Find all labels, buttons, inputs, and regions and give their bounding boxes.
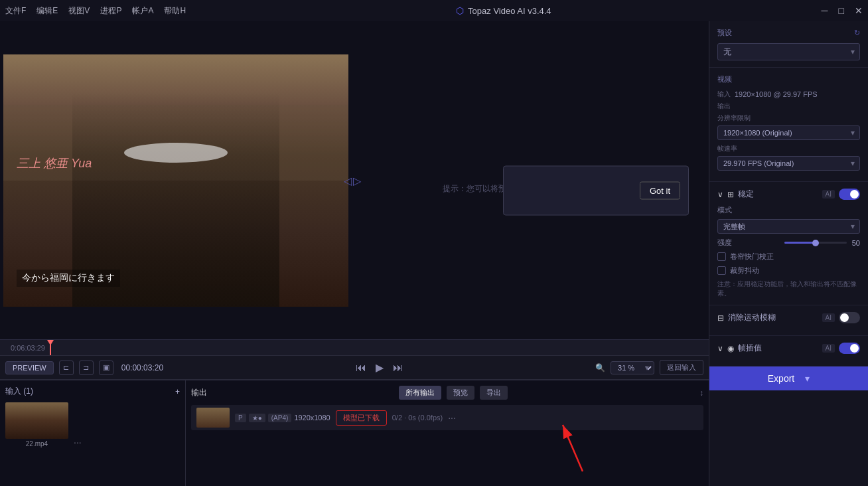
input-thumb-item: 22.mp4 [5,402,68,447]
interpolate-toggle[interactable] [839,343,860,354]
input-thumb-video [5,402,68,439]
stabilize-title: 稳定 [738,189,818,200]
zoom-select[interactable]: 31 % 50 % 100 % [611,361,654,374]
preview-button[interactable]: PREVIEW [5,361,54,374]
return-input-button[interactable]: 返回输入 [660,360,703,375]
step-back-icon[interactable]: ⏮ [356,362,366,374]
rolling-shutter-checkbox[interactable] [717,252,726,261]
output-thumb [196,408,230,428]
output-row-container: P ★● (AP4) 1920x1080 模型已下载 0/2 · 0s (0.0… [191,405,703,430]
titlebar: 文件F 编辑E 视图V 进程P 帐户A 帮助H ⬡ Topaz Video AI… [0,0,868,21]
output-header: 输出 所有输出 预览 导出 ↕ [191,386,703,400]
output-tabs[interactable]: 所有输出 预览 导出 [399,386,508,400]
input-label: 输入 [717,90,731,99]
output-tab-all[interactable]: 所有输出 [399,386,441,400]
refresh-icon[interactable]: ↻ [854,29,860,37]
timeline-ruler: 0:06:03:29 [0,340,709,356]
remove-motion-filter-header: ⊟ 消除运动模糊 AI [717,312,860,323]
input-thumbnail-area: 22.mp4 ··· [5,402,180,447]
menu-account[interactable]: 帐户A [132,5,153,17]
stabilize-filter-header: ∨ ⊞ 稳定 AI [717,189,860,200]
timeline-playhead[interactable] [50,340,51,355]
remove-motion-title: 消除运动模糊 [728,312,818,323]
remove-motion-toggle[interactable] [839,312,860,323]
input-more-button[interactable]: ··· [74,437,82,447]
step-forward-icon[interactable]: ⏭ [393,362,403,374]
interpolate-filter-header: ∨ ◉ 帧插值 AI [717,343,860,354]
remove-motion-filter-section: ⊟ 消除运动模糊 AI [709,305,868,336]
output-row: P ★● (AP4) 1920x1080 模型已下载 0/2 · 0s (0.0… [191,405,703,430]
fps-select-wrapper[interactable]: 29.970 FPS (Original) [717,156,860,171]
menu-file[interactable]: 文件F [5,5,26,17]
video-info-section: 视频 输入 1920×1080 @ 29.97 FPS 输出 分辨率限制 192… [709,68,868,182]
zoom-controls: 🔍 31 % 50 % 100 % [595,361,654,374]
input-panel-title: 输入 (1) + [5,386,180,397]
zoom-icon: 🔍 [595,363,605,372]
preset-select-wrapper[interactable]: 无 [717,43,860,60]
got-it-button[interactable]: Got it [640,181,680,199]
video-content: 三上 悠亜 Yua 今から福岡に行きます [3,54,348,307]
output-sort-button[interactable]: ↕ [699,388,703,398]
video-frame: 三上 悠亜 Yua 今から福岡に行きます [3,54,348,307]
play-icon[interactable]: ▶ [376,361,384,374]
stabilize-filter-section: ∨ ⊞ 稳定 AI 模式 完整帧 强度 50 [709,182,868,305]
mode-select[interactable]: 完整帧 [717,219,860,234]
menu-help[interactable]: 帮助H [164,5,186,17]
preset-select[interactable]: 无 [717,43,860,60]
io-section: 输入 (1) + 22.mp4 ··· 输出 [0,380,709,486]
stabilize-ai-tag: AI [822,190,835,199]
output-label: 输出 [717,102,731,111]
resolution-select-wrapper[interactable]: 1920×1080 (Original) [717,125,860,140]
sort-icon[interactable]: ↕ [699,388,703,398]
resolution-select[interactable]: 1920×1080 (Original) [717,125,860,140]
output-panel: 输出 所有输出 预览 导出 ↕ [186,380,709,486]
expand-motion-icon[interactable]: ⊟ [717,313,724,323]
playhead-triangle [47,340,54,345]
strength-slider[interactable] [784,242,846,244]
output-duration: 0/2 · 0s (0.0fps) [392,414,443,422]
model-download-button[interactable]: 模型已下载 [336,410,387,426]
mode-select-wrapper[interactable]: 完整帧 [717,219,860,234]
input-value: 1920×1080 @ 29.97 FPS [735,90,818,98]
expand-stabilize-icon[interactable]: ∨ [717,190,723,199]
minimize-icon[interactable]: ─ [822,5,828,16]
output-tab-export[interactable]: 导出 [480,386,508,400]
export-button[interactable]: Export ▾ [709,366,868,390]
output-more-button[interactable]: ··· [448,412,456,423]
output-title: 输出 [191,387,207,398]
menu-process[interactable]: 进程P [100,5,121,17]
interpolate-title: 帧插值 [738,343,818,354]
playback-controls[interactable]: ⏮ ▶ ⏭ [356,361,403,374]
video-output-row: 输出 [717,102,860,111]
trim-icon-btn[interactable]: ⊏ [59,361,74,375]
center-area: 三上 悠亜 Yua 今から福岡に行きます ◁ ▷ 生成预览 提示：您可以将预览排… [0,21,709,486]
crop-shake-checkbox[interactable] [717,266,726,275]
timeline-area: 0:06:03:29 PREVIEW ⊏ ⊐ ▣ 00:00:03:20 ⏮ ▶… [0,339,709,380]
window-controls[interactable]: ─ □ ✕ [822,5,863,16]
export-dropdown-arrow[interactable]: ▾ [805,373,810,384]
fps-select[interactable]: 29.970 FPS (Original) [717,156,860,171]
add-input-button[interactable]: + [175,387,180,396]
badge-star: ★● [249,414,265,422]
video-section-title: 视频 [717,74,860,84]
menu-edit[interactable]: 编辑E [36,5,58,17]
slider-thumb[interactable] [812,240,819,246]
preset-section-title: 预设 ↻ [717,28,860,38]
timeline-current-time: 00:00:03:20 [121,363,163,372]
output-tab-preview[interactable]: 预览 [447,386,474,400]
output-filename: 1920x1080 [294,414,330,422]
strength-value: 50 [852,239,860,247]
input-thumb-img [5,402,68,439]
stabilize-toggle[interactable] [839,189,860,200]
menu-bar[interactable]: 文件F 编辑E 视图V 进程P 帐户A 帮助H [5,5,186,17]
expand-interpolate-icon[interactable]: ∨ [717,344,723,353]
split-icon-btn[interactable]: ⊐ [79,361,94,375]
split-left-arrow[interactable]: ◁ [344,174,352,187]
close-icon[interactable]: ✕ [855,5,863,16]
preset-title-text: 预设 [717,28,732,38]
crop-shake-row: 裁剪抖动 [717,266,860,276]
maximize-icon[interactable]: □ [839,5,844,16]
crop-icon-btn[interactable]: ▣ [99,361,113,375]
menu-view[interactable]: 视图V [68,5,90,17]
zoom-select-wrapper[interactable]: 31 % 50 % 100 % [611,361,654,374]
